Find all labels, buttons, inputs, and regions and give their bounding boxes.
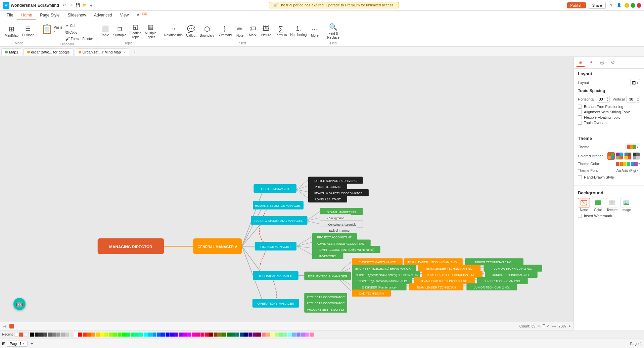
canvas-area[interactable]: MANAGING DIRECTOR GENERAL MANAGER V OFFI… <box>0 57 573 330</box>
palette-color[interactable] <box>139 333 143 337</box>
redo-btn[interactable]: ↪ <box>68 3 74 8</box>
page-tab-1[interactable]: Page-1 ▾ <box>7 341 28 347</box>
panel-tab-target[interactable]: ◎ <box>598 58 606 67</box>
window-controls[interactable] <box>625 3 641 8</box>
hand-drawn-checkbox[interactable] <box>578 175 582 179</box>
palette-color[interactable] <box>87 333 91 337</box>
cb-option-4[interactable] <box>633 152 640 160</box>
palette-color[interactable] <box>222 333 226 337</box>
palette-color[interactable] <box>192 333 196 337</box>
alignment-sibling-checkbox[interactable] <box>578 110 582 114</box>
palette-color[interactable] <box>292 333 296 337</box>
palette-color[interactable] <box>113 333 117 337</box>
cb-option-2[interactable] <box>616 152 623 160</box>
grid-toggle-btn[interactable]: ⊞ <box>2 341 5 346</box>
panel-tab-settings[interactable]: ⚙ <box>609 58 617 67</box>
recent-color-orange[interactable] <box>19 333 23 337</box>
vertical-input[interactable]: 30 ▲ ▼ <box>626 96 640 103</box>
more-btn[interactable]: ⋯ More <box>309 24 321 38</box>
tab-page-style[interactable]: Page Style <box>36 11 63 20</box>
vertical-down-btn[interactable]: ▼ <box>636 99 640 102</box>
close-btn[interactable] <box>637 3 641 8</box>
floating-topic-btn[interactable]: ◱ FloatingTopic <box>128 23 143 40</box>
palette-color[interactable] <box>187 333 191 337</box>
picture-btn[interactable]: 🖼 Picture <box>260 24 273 38</box>
topic-btn[interactable]: ⬜ Topic <box>99 25 111 38</box>
branch-free-checkbox[interactable] <box>578 105 582 109</box>
tab-home[interactable]: Home <box>17 11 36 20</box>
palette-color[interactable] <box>104 333 108 337</box>
palette-color[interactable] <box>83 333 87 337</box>
bg-image-option[interactable]: Image <box>620 198 632 212</box>
callout-btn[interactable]: 💬 Callout <box>185 24 198 38</box>
palette-color[interactable] <box>91 333 95 337</box>
fit-view-btn[interactable]: ⤢ <box>547 324 550 328</box>
palette-color[interactable] <box>56 333 60 337</box>
palette-color[interactable] <box>288 333 292 337</box>
theme-font-select[interactable]: Aa Arial (Pigi ▾ <box>615 168 640 173</box>
boundary-btn[interactable]: ⬡ Boundary <box>198 24 216 38</box>
palette-color[interactable] <box>305 333 309 337</box>
palette-color[interactable] <box>61 333 65 337</box>
palette-color[interactable] <box>170 333 174 337</box>
grid-view-btn[interactable]: ⊞ <box>538 324 541 328</box>
palette-color[interactable] <box>74 333 78 337</box>
fill-color-swatch[interactable] <box>9 324 14 328</box>
horizontal-up-btn[interactable]: ▲ <box>606 96 610 99</box>
watermark-checkbox[interactable] <box>578 214 582 218</box>
palette-color[interactable] <box>148 333 152 337</box>
numbering-btn[interactable]: 1. Numbering <box>289 25 308 38</box>
palette-color[interactable] <box>266 333 270 337</box>
assistant-float-btn[interactable]: 🤖 <box>13 298 26 310</box>
share-button[interactable]: Share <box>589 2 606 9</box>
summary-btn[interactable]: } Summary <box>216 24 233 38</box>
palette-color[interactable] <box>310 333 314 337</box>
find-replace-btn[interactable]: 🔍 Find &Replace <box>326 22 341 40</box>
tab-map1[interactable]: Map1 <box>1 48 22 55</box>
palette-color[interactable] <box>214 333 218 337</box>
palette-color[interactable] <box>262 333 266 337</box>
palette-color[interactable] <box>30 333 34 337</box>
zoom-in-btn[interactable]: + <box>569 324 571 328</box>
horizontal-down-btn[interactable]: ▼ <box>606 99 610 102</box>
more-actions-btn[interactable]: ⋯ <box>95 3 101 8</box>
palette-color[interactable] <box>157 333 161 337</box>
recent-color-light[interactable] <box>23 333 27 337</box>
palette-color[interactable] <box>126 333 130 337</box>
list-view-btn[interactable]: ☰ <box>542 324 546 328</box>
palette-color[interactable] <box>174 333 178 337</box>
palette-color[interactable] <box>209 333 213 337</box>
undo-btn[interactable]: ↩ <box>62 3 67 8</box>
tab-view[interactable]: View <box>116 11 133 20</box>
bg-none-option[interactable]: None <box>578 198 590 212</box>
maximize-btn[interactable] <box>631 3 635 8</box>
help-btn[interactable]: ? <box>608 3 614 8</box>
horizontal-arrows[interactable]: ▲ ▼ <box>606 96 610 102</box>
palette-color[interactable] <box>244 333 248 337</box>
tab-organiz-mindmap[interactable]: Organizati...r Mind Map × <box>75 48 130 56</box>
palette-color[interactable] <box>52 333 56 337</box>
palette-color[interactable] <box>218 333 222 337</box>
palette-color[interactable] <box>231 333 235 337</box>
user-profile-btn[interactable]: 👤 <box>616 3 622 8</box>
cb-option-1[interactable] <box>607 152 615 160</box>
palette-color[interactable] <box>135 333 139 337</box>
horizontal-input[interactable]: 30 ▲ ▼ <box>596 96 610 103</box>
palette-color[interactable] <box>35 333 39 337</box>
cb-option-3[interactable] <box>624 152 632 160</box>
print-btn[interactable]: 🖨 <box>89 3 94 8</box>
recent-color-white[interactable] <box>14 333 18 337</box>
tab-file[interactable]: File <box>3 11 17 20</box>
tab-ai[interactable]: AI Hot <box>133 11 151 20</box>
palette-color[interactable] <box>144 333 148 337</box>
topic-overlap-checkbox[interactable] <box>578 121 582 125</box>
copy-btn[interactable]: ⧉ Copy <box>64 29 94 35</box>
palette-color[interactable] <box>131 333 135 337</box>
add-page-btn[interactable]: + <box>29 341 35 347</box>
palette-color[interactable] <box>257 333 261 337</box>
tab-add-btn[interactable]: + <box>131 48 139 56</box>
palette-color[interactable] <box>183 333 187 337</box>
outliner-btn[interactable]: ☰ Outliner <box>20 25 35 38</box>
mark-btn[interactable]: 🏷 Mark <box>247 24 259 38</box>
format-painter-btn[interactable]: 🖌 Format Painter <box>64 36 94 42</box>
